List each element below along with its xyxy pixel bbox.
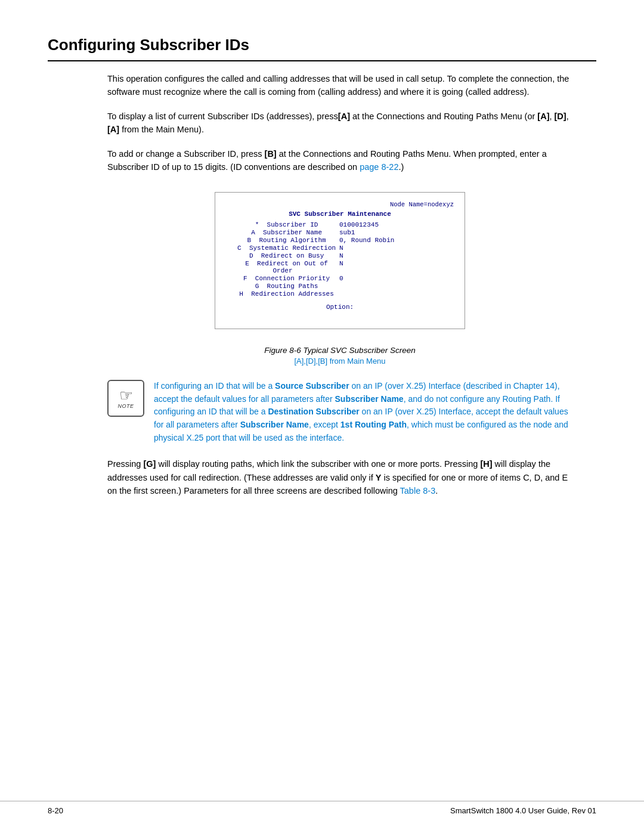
note-1st-routing-path: 1st Routing Path: [340, 420, 407, 429]
screen-row-4: D Redirect on Busy N: [226, 252, 454, 259]
screen-row-3: C Systematic Redirection N: [226, 244, 454, 252]
paragraph-1: This operation configures the called and…: [107, 72, 572, 99]
note-subscriber-name-1: Subscriber Name: [335, 394, 404, 404]
p3-suffix: .): [398, 162, 404, 172]
p4-mid1: will display routing paths, which link t…: [156, 459, 480, 469]
page: Configuring Subscriber IDs This operatio…: [0, 0, 644, 833]
p4-suffix: .: [435, 486, 438, 496]
paragraph-2: To display a list of current Subscriber …: [107, 110, 572, 137]
content-area: This operation configures the called and…: [107, 72, 572, 498]
figure-container: Node Name=nodexyz SVC Subscriber Mainten…: [107, 192, 572, 366]
note-source-subscriber: Source Subscriber: [275, 381, 349, 391]
p4-h: [H]: [480, 459, 492, 469]
screen-row-0: * Subscriber ID 0100012345: [226, 221, 454, 228]
p2-mid: at the Connections and Routing Paths Men…: [350, 112, 537, 121]
p3-link[interactable]: page 8-22: [360, 162, 398, 172]
note-content: If configuring an ID that will be a Sour…: [154, 380, 572, 444]
screen-row-6: F Connection Priority 0: [226, 275, 454, 282]
p3-prefix: To add or change a Subscriber ID, press: [107, 149, 265, 159]
p4-y: Y: [376, 473, 382, 482]
page-title: Configuring Subscriber IDs: [48, 36, 596, 61]
p2-a3: [A]: [107, 125, 119, 134]
note-label: NOTE: [117, 403, 134, 409]
screen-row-8: H Redirection Addresses: [226, 290, 454, 298]
p2-a1: [A]: [338, 112, 350, 121]
p2-d: [D]: [555, 112, 566, 121]
hand-icon: ☞: [119, 388, 133, 403]
paragraph-3: To add or change a Subscriber ID, press …: [107, 147, 572, 174]
p3-b: [B]: [265, 149, 277, 159]
note-subscriber-name-2: Subscriber Name: [240, 420, 309, 429]
node-name: Node Name=nodexyz: [226, 201, 454, 208]
figure-caption: Figure 8-6 Typical SVC Subscriber Screen: [107, 346, 572, 355]
note-destination-subscriber: Destination Subscriber: [268, 407, 359, 416]
footer-product: SmartSwitch 1800 4.0 User Guide, Rev 01: [450, 806, 596, 815]
note-box: ☞ NOTE If configuring an ID that will be…: [107, 380, 572, 444]
screen-row-1: A Subscriber Name sub1: [226, 229, 454, 236]
svc-screen: Node Name=nodexyz SVC Subscriber Mainten…: [215, 192, 465, 329]
note-text-1: If configuring an ID that will be a: [154, 381, 275, 391]
option-line: Option:: [226, 304, 454, 311]
p2-comma: ,: [549, 112, 554, 121]
p2-prefix: To display a list of current Subscriber …: [107, 112, 338, 121]
paragraph-4: Pressing [G] will display routing paths,…: [107, 457, 572, 497]
footer-page: 8-20: [48, 806, 63, 815]
note-icon: ☞ NOTE: [107, 380, 144, 417]
screen-row-5: E Redirect on Out of Order N: [226, 260, 454, 274]
screen-title: SVC Subscriber Maintenance: [226, 210, 454, 218]
note-text-5: , except: [309, 420, 340, 429]
p2-suffix: from the Main Menu).: [119, 125, 204, 134]
screen-row-7: G Routing Paths: [226, 283, 454, 290]
p4-prefix: Pressing: [107, 459, 143, 469]
screen-row-2: B Routing Algorithm 0, Round Robin: [226, 237, 454, 244]
p2-comma2: ,: [566, 112, 569, 121]
p4-g: [G]: [143, 459, 156, 469]
p4-table-link[interactable]: Table 8-3: [400, 486, 436, 496]
p2-a2: [A]: [537, 112, 549, 121]
footer: 8-20 SmartSwitch 1800 4.0 User Guide, Re…: [0, 801, 644, 815]
figure-subcaption: [A],[D],[B] from Main Menu: [107, 357, 572, 366]
